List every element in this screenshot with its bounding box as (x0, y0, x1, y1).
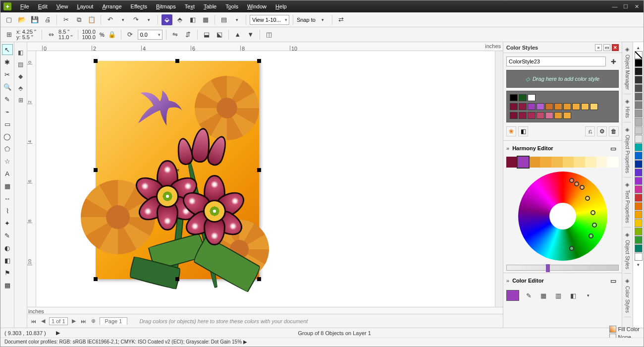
canvas-stage[interactable]: × (36, 51, 495, 307)
palette-swatch[interactable] (635, 93, 643, 101)
docker-tab[interactable]: ◈Color Styles (624, 274, 631, 317)
fill-chip-icon[interactable] (609, 326, 616, 333)
close-button[interactable]: ✕ (633, 3, 641, 10)
menu-table[interactable]: Table (200, 2, 220, 10)
new-color-style-button[interactable]: ❀ (506, 126, 516, 136)
docker-tab[interactable]: ◈Object Properties (624, 122, 631, 177)
outline-tool[interactable]: ◐ (2, 242, 13, 253)
color-model-button-1[interactable]: ▦ (538, 290, 549, 301)
to-front-button[interactable]: ▲ (232, 29, 243, 40)
page-info[interactable]: 1 of 1 (49, 317, 68, 325)
palette-swatch[interactable] (635, 194, 643, 202)
zoom-level-combo[interactable]: View 1-10... (250, 15, 289, 25)
table-tool[interactable]: ▦ (2, 180, 13, 191)
page-tab[interactable]: Page 1 (100, 317, 128, 325)
next-page-button[interactable]: ▶ (70, 318, 78, 324)
mirror-v-button[interactable]: ⇵ (183, 29, 194, 40)
color-swatch[interactable] (510, 103, 518, 110)
scale-y-value[interactable]: 100.0 (82, 35, 96, 40)
color-swatch[interactable] (537, 112, 544, 119)
export-button[interactable]: ⬘ (174, 14, 185, 25)
palette-swatch[interactable] (635, 143, 643, 151)
lock-ratio-icon[interactable]: 🔒 (107, 29, 117, 40)
docker-tab[interactable]: ◈Object Manager (624, 42, 631, 94)
sec-tool-5[interactable]: ⊞ (16, 96, 25, 105)
maximize-button[interactable]: ☐ (622, 3, 630, 10)
harmony-strip[interactable] (506, 157, 619, 168)
harmony-marker[interactable] (580, 185, 585, 190)
harmony-marker[interactable] (569, 246, 574, 251)
color-style-dropzone[interactable]: ◇Drag here to add color style (506, 70, 619, 88)
color-swatch[interactable] (528, 103, 536, 110)
new-harmony-button[interactable]: ◧ (518, 126, 528, 136)
palette-swatch[interactable] (635, 236, 643, 244)
palette-swatch[interactable] (635, 59, 643, 67)
palette-swatch[interactable] (635, 244, 643, 252)
interactive-fill-tool[interactable]: ⚑ (2, 267, 13, 278)
shape-tool[interactable]: ✱ (2, 57, 13, 67)
color-swatch[interactable] (554, 112, 562, 119)
height-value[interactable]: 11.0 " (58, 35, 72, 40)
palette-swatch[interactable] (635, 152, 643, 160)
color-swatch[interactable] (510, 94, 518, 101)
current-color-patch[interactable] (506, 290, 519, 301)
new-button[interactable]: ▢ (3, 14, 14, 25)
rectangle-tool[interactable]: ▭ (2, 118, 13, 129)
break-link-button[interactable]: ⚙ (597, 126, 607, 136)
palette-swatch[interactable] (635, 67, 643, 75)
ungroup-button[interactable]: ⬓ (201, 29, 212, 40)
menu-tools[interactable]: Tools (221, 2, 242, 10)
apply-style-button[interactable]: ⎌ (585, 126, 595, 136)
palette-scroll-down[interactable]: ▾ (633, 261, 644, 268)
to-back-button[interactable]: ▼ (245, 29, 256, 40)
color-wheel[interactable] (518, 172, 607, 261)
color-swatch[interactable] (519, 112, 527, 119)
menu-bitmaps[interactable]: Bitmaps (152, 2, 180, 10)
docker-tab[interactable]: ◈Hints (624, 94, 631, 122)
color-swatch[interactable] (510, 112, 518, 119)
pick-tool[interactable]: ↖ (2, 44, 13, 55)
eyedropper-tool[interactable]: ✎ (2, 230, 13, 241)
sec-tool-3[interactable]: ◆ (16, 72, 25, 81)
color-swatch[interactable] (545, 103, 553, 110)
menu-text[interactable]: Text (181, 2, 199, 10)
welcome-button[interactable]: ▤ (218, 14, 229, 25)
redo-drop[interactable]: ▾ (143, 14, 154, 25)
menu-view[interactable]: View (53, 2, 72, 10)
first-page-button[interactable]: ⏮ (29, 318, 37, 324)
palette-swatch[interactable] (635, 228, 643, 235)
docker-menu-button[interactable]: ▭ (603, 44, 610, 51)
ruler-horizontal[interactable]: inches 0 2 4 6 8 10 (27, 42, 503, 51)
text-tool[interactable]: A (2, 168, 13, 179)
snap-to-drop[interactable]: ▾ (318, 14, 328, 25)
delete-style-button[interactable]: 🗑 (609, 126, 619, 136)
harmony-marker[interactable] (569, 178, 574, 183)
width-value[interactable]: 8.5 " (58, 29, 72, 35)
y-value[interactable]: 5.5 " (22, 34, 33, 40)
save-button[interactable]: 💾 (29, 14, 40, 25)
palette-swatch[interactable] (635, 211, 643, 219)
harmony-marker[interactable] (590, 210, 595, 215)
palette-swatch[interactable] (635, 177, 643, 185)
harmony-marker[interactable] (558, 214, 563, 219)
palette-swatch[interactable] (635, 84, 643, 92)
open-button[interactable]: 📂 (16, 14, 27, 25)
palette-swatch[interactable] (635, 135, 643, 143)
color-swatch[interactable] (563, 103, 571, 110)
harmony-marker[interactable] (585, 196, 590, 201)
ellipse-tool[interactable]: ◯ (2, 131, 13, 142)
no-color-swatch[interactable] (635, 51, 643, 59)
color-swatch[interactable] (590, 103, 598, 110)
palette-swatch[interactable] (635, 160, 643, 168)
docker-expand-button[interactable]: » (595, 44, 602, 51)
ungroup-all-button[interactable]: ⬕ (214, 29, 225, 40)
harmony-slider[interactable] (506, 265, 619, 271)
color-editor-options-button[interactable]: ▭ (608, 275, 619, 286)
color-model-button-2[interactable]: ▥ (553, 290, 564, 301)
undo-drop[interactable]: ▾ (117, 14, 128, 25)
palette-swatch[interactable] (635, 101, 643, 109)
palette-scroll-up[interactable]: ▴ (633, 44, 644, 51)
palette-swatch[interactable] (635, 110, 643, 117)
harmony-options-button[interactable]: ▭ (608, 143, 619, 154)
menu-window[interactable]: Window (243, 2, 270, 10)
